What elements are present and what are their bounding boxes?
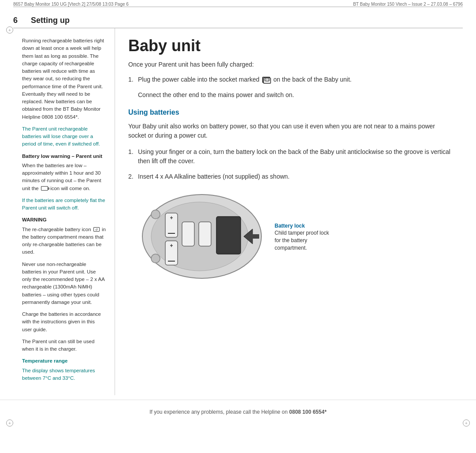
rechargeable-icon-inline: ↺	[93, 227, 100, 232]
left-para-9-teal: The display shows temperatures between 7…	[22, 367, 106, 382]
step-2: 1. Using your finger or a coin, turn the…	[128, 147, 454, 166]
step-3: 2. Insert 4 x AA Alkaline batteries (not…	[128, 172, 454, 181]
footer: If you experience any problems, please c…	[0, 400, 476, 424]
footer-phone: 0808 100 6554*	[289, 409, 327, 415]
svg-rect-18	[250, 234, 259, 239]
svg-text:+: +	[170, 215, 173, 221]
left-para-6: Never use non-rechargeable batteries in …	[22, 261, 106, 307]
left-heading-battery-warning: Battery low warning – Parent unit	[22, 153, 106, 160]
svg-point-15	[151, 254, 160, 263]
svg-point-14	[151, 210, 160, 219]
reg-mark-bottom-left	[6, 419, 13, 427]
reg-mark-bottom-right	[463, 419, 470, 427]
battery-lock-label: Battery lock	[275, 222, 336, 230]
step-1: 1. Plug the power cable into the socket …	[128, 75, 454, 84]
main-layout: Running rechargeable batteries right dow…	[0, 28, 476, 395]
using-batteries-heading: Using batteries	[128, 109, 454, 116]
step-3-content: Insert 4 x AA Alkaline batteries (not su…	[138, 172, 454, 181]
left-para-4-teal: If the batteries are completely flat the…	[22, 197, 106, 212]
header-top: 8657 Baby Monitor 150 UG [Vtech 2] 27/5/…	[0, 0, 476, 7]
svg-rect-0	[264, 78, 271, 83]
reg-mark-top-left	[6, 26, 13, 34]
header-top-center: BT Baby Monitor 150 Vtech – Issue 2 – 27…	[353, 2, 463, 7]
connect-text: Connect the other end to the mains power…	[138, 90, 454, 100]
battery-diagram: + +	[138, 190, 454, 284]
svg-rect-13	[199, 222, 211, 246]
step-1-content: Plug the power cable into the socket mar…	[138, 75, 454, 84]
svg-text:+: +	[170, 243, 173, 249]
step-2-num: 1.	[128, 147, 138, 166]
step-3-num: 2.	[128, 172, 138, 181]
left-column: Running rechargeable batteries right dow…	[9, 28, 115, 395]
section-title: Setting up	[31, 16, 70, 25]
left-para-7: Charge the batteries in accordance with …	[22, 311, 106, 333]
section-header: 6 Setting up	[0, 7, 476, 28]
battery-lock-desc: Child tamper proof lock for the battery …	[275, 229, 336, 251]
battery-icon-inline	[41, 186, 48, 191]
step-1-num: 1.	[128, 75, 138, 84]
left-para-5: The re-chargeable battery icon ↺ in the …	[22, 226, 106, 256]
battery-svg: + +	[138, 190, 266, 284]
left-heading-warning: WARNING	[22, 216, 106, 224]
page-number: 6	[13, 16, 18, 25]
batteries-desc: Your Baby unit also works on battery pow…	[128, 122, 454, 140]
left-para-8: The Parent unit can still be used when i…	[22, 338, 106, 353]
left-heading-temperature: Temperature range	[22, 357, 106, 365]
baby-unit-title: Baby unit	[128, 37, 454, 55]
svg-rect-12	[182, 222, 194, 246]
header-top-left: 8657 Baby Monitor 150 UG [Vtech 2] 27/5/…	[13, 2, 129, 7]
left-para-1: Running rechargeable batteries right dow…	[22, 37, 106, 121]
socket-icon	[262, 77, 270, 83]
battery-lock-label-container: Battery lock Child tamper proof lock for…	[275, 222, 336, 252]
svg-rect-16	[216, 217, 241, 254]
left-para-2-teal: The Parent unit rechargeable batteries w…	[22, 125, 106, 148]
page-wrapper: 8657 Baby Monitor 150 UG [Vtech 2] 27/5/…	[0, 0, 476, 453]
intro-text: Once your Parent unit has been fully cha…	[128, 61, 454, 68]
footer-text-start: If you experience any problems, please c…	[149, 409, 288, 415]
right-column: Baby unit Once your Parent unit has been…	[115, 28, 467, 395]
step-2-content: Using your finger or a coin, turn the ba…	[138, 147, 454, 166]
left-para-3: When the batteries are low – approximate…	[22, 162, 106, 192]
